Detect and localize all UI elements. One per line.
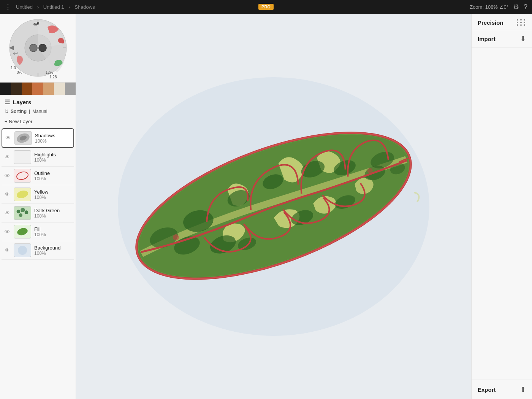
breadcrumb-sep2: › xyxy=(68,4,70,10)
layer-thumb-outline xyxy=(14,169,31,183)
breadcrumb-root[interactable]: Untitled xyxy=(16,4,33,10)
pro-badge: PRO xyxy=(258,4,274,10)
svg-text:1.0: 1.0 xyxy=(11,66,16,70)
export-section: Export ⬆ xyxy=(472,380,532,399)
import-icon[interactable]: ⬇ xyxy=(520,35,526,43)
layer-eye-yellow[interactable]: 👁 xyxy=(5,191,12,197)
sorting-mode: Manual xyxy=(32,109,47,114)
svg-point-21 xyxy=(21,208,25,212)
layer-info-yellow: Yellow 100% xyxy=(34,189,71,200)
precision-section: Precision xyxy=(472,14,532,30)
tool-wheel-svg: 0% 12% 1.0 1.28 ◀ ✏ ↩ xyxy=(8,17,68,78)
swatch-7[interactable] xyxy=(65,83,76,95)
layer-eye-darkgreen[interactable]: 👁 xyxy=(5,210,12,216)
layer-name-highlights: Highlights xyxy=(34,152,71,157)
precision-title: Precision xyxy=(478,19,504,26)
help-button[interactable]: ? xyxy=(524,3,527,11)
import-title: Import xyxy=(478,36,496,42)
layer-name-darkgreen: Dark Green xyxy=(34,208,71,213)
layer-opacity-highlights: 100% xyxy=(34,157,71,163)
breadcrumb-leaf[interactable]: Shadows xyxy=(74,4,95,10)
layer-name-yellow: Yellow xyxy=(34,189,71,195)
thumb-svg-shadows xyxy=(15,131,32,145)
thumb-svg-bg xyxy=(16,244,29,256)
layer-item-shadows[interactable]: 👁 Shadows 100% xyxy=(2,128,74,148)
tool-wheel[interactable]: 0% 12% 1.0 1.28 ◀ ✏ ↩ xyxy=(8,17,68,78)
svg-point-3 xyxy=(30,44,37,52)
topbar: ⋮ Untitled › Untitled 1 › Shadows PRO Zo… xyxy=(0,0,532,14)
export-icon[interactable]: ⬆ xyxy=(520,385,526,394)
precision-grid-icon[interactable] xyxy=(517,19,526,26)
layer-info-background: Background 100% xyxy=(34,245,71,256)
svg-point-19 xyxy=(16,189,29,199)
thumb-svg-fill xyxy=(16,226,29,238)
swatch-2[interactable] xyxy=(11,83,21,95)
layer-opacity-yellow: 100% xyxy=(34,195,71,200)
layer-eye-highlights[interactable]: 👁 xyxy=(5,154,12,160)
svg-point-25 xyxy=(18,246,27,255)
settings-button[interactable]: ⚙ xyxy=(513,3,519,11)
leaf-svg xyxy=(110,73,437,339)
layer-name-outline: Outline xyxy=(34,170,71,176)
svg-point-18 xyxy=(16,171,29,181)
export-title: Export xyxy=(478,386,496,393)
layer-thumb-darkgreen xyxy=(14,206,31,220)
new-layer-button[interactable]: + New Layer xyxy=(0,117,76,128)
layer-thumb-yellow xyxy=(14,188,31,201)
layers-header: ☰ Layers xyxy=(0,95,76,108)
sort-icon: ⇅ xyxy=(5,109,8,114)
swatch-1[interactable] xyxy=(0,83,11,95)
apps-grid-icon[interactable]: ⋮ xyxy=(5,3,11,11)
layer-opacity-fill: 100% xyxy=(34,232,71,237)
layer-eye-shadows[interactable]: 👁 xyxy=(5,135,13,141)
layer-info-fill: Fill 100% xyxy=(34,226,71,237)
color-swatch-bar xyxy=(0,83,76,95)
swatch-6[interactable] xyxy=(54,83,65,95)
breadcrumb-sep1: › xyxy=(37,4,39,10)
layer-info-shadows: Shadows 100% xyxy=(35,133,70,144)
svg-point-24 xyxy=(16,227,28,237)
layer-item-highlights[interactable]: 👁 Highlights 100% xyxy=(2,148,74,167)
import-section: Import ⬇ xyxy=(472,30,532,48)
layers-title: Layers xyxy=(13,99,31,105)
layer-item-outline[interactable]: 👁 Outline 100% xyxy=(2,167,74,185)
layer-item-background[interactable]: 👁 Background 100% xyxy=(2,241,74,260)
layer-thumb-fill xyxy=(14,225,31,238)
swatch-3[interactable] xyxy=(22,83,32,95)
zoom-info: Zoom: 108% ∠0° xyxy=(470,4,508,10)
layer-name-background: Background xyxy=(34,245,71,251)
breadcrumb: Untitled › Untitled 1 › Shadows xyxy=(14,4,97,10)
layers-section: ☰ Layers ⇅ Sorting | Manual + New Layer … xyxy=(0,95,76,260)
layers-menu-icon[interactable]: ☰ xyxy=(5,99,10,106)
breadcrumb-mid[interactable]: Untitled 1 xyxy=(43,4,64,10)
svg-text:12%: 12% xyxy=(46,70,53,75)
layer-opacity-shadows: 100% xyxy=(35,138,70,144)
layer-item-yellow[interactable]: 👁 Yellow 100% xyxy=(2,185,74,204)
layer-opacity-outline: 100% xyxy=(34,176,71,181)
svg-text:◀: ◀ xyxy=(9,44,14,51)
layer-opacity-background: 100% xyxy=(34,251,71,256)
layer-eye-fill[interactable]: 👁 xyxy=(5,229,12,235)
swatch-5[interactable] xyxy=(43,83,54,95)
layer-info-highlights: Highlights 100% xyxy=(34,152,71,163)
swatch-4[interactable] xyxy=(32,83,43,95)
svg-text:↩: ↩ xyxy=(13,50,18,57)
svg-text:0%: 0% xyxy=(17,70,22,75)
layer-item-darkgreen[interactable]: 👁 Dark Green 100% xyxy=(2,204,74,223)
svg-point-4 xyxy=(39,44,46,52)
layer-info-darkgreen: Dark Green 100% xyxy=(34,208,71,219)
canvas-area[interactable] xyxy=(76,14,471,399)
layer-thumb-shadows xyxy=(14,131,32,145)
layer-eye-outline[interactable]: 👁 xyxy=(5,173,12,179)
sorting-sep: | xyxy=(29,109,30,114)
left-panel: 0% 12% 1.0 1.28 ◀ ✏ ↩ xyxy=(0,14,76,399)
layer-item-fill[interactable]: 👁 Fill 100% xyxy=(2,223,74,241)
sorting-label[interactable]: Sorting xyxy=(11,109,27,114)
layer-info-outline: Outline 100% xyxy=(34,170,71,181)
layer-opacity-darkgreen: 100% xyxy=(34,213,71,219)
thumb-svg-yellow xyxy=(14,188,31,201)
layer-name-shadows: Shadows xyxy=(35,133,70,138)
layer-name-fill: Fill xyxy=(34,226,71,232)
right-panel: Precision Import ⬇ Export ⬆ xyxy=(471,14,532,399)
layer-eye-background[interactable]: 👁 xyxy=(5,247,12,253)
